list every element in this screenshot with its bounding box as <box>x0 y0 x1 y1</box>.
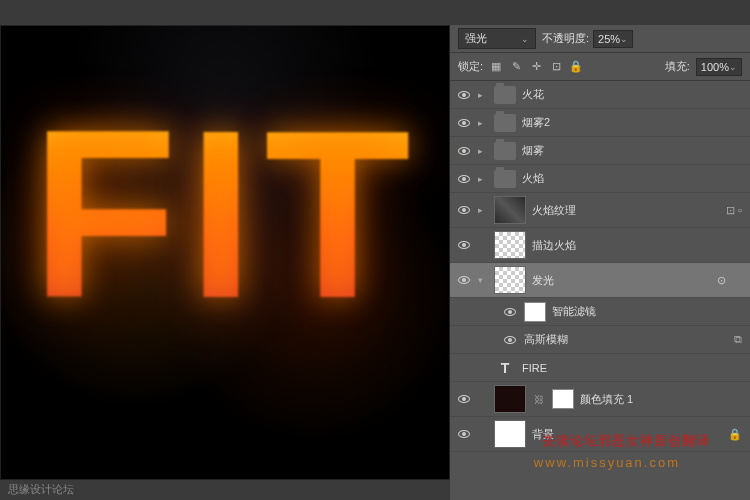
watermark-orange: www.missyuan.com <box>534 455 680 470</box>
link-icon[interactable]: ⛓ <box>534 394 544 405</box>
fill-input[interactable]: 100% ⌄ <box>696 58 742 76</box>
filter-options-icon[interactable]: ⧉ <box>734 333 742 346</box>
lock-pixels-icon[interactable]: ✎ <box>509 60 523 74</box>
expand-toggle[interactable]: ▸ <box>478 205 488 215</box>
layers-panel: 强光 ⌄ 不透明度: 25% ⌄ 锁定: ▦ ✎ ✛ ⊡ 🔒 填充: <box>450 25 750 500</box>
lock-icons-group: ▦ ✎ ✛ ⊡ 🔒 <box>489 60 583 74</box>
layer-row-fire-text[interactable]: T FIRE <box>450 354 750 382</box>
fill-value: 100% <box>701 61 729 73</box>
type-layer-icon: T <box>494 360 516 376</box>
expand-toggle[interactable]: ▸ <box>478 118 488 128</box>
layer-thumbnail <box>494 420 526 448</box>
layer-thumbnail <box>494 385 526 413</box>
eye-icon <box>504 336 516 344</box>
lock-fill-row: 锁定: ▦ ✎ ✛ ⊡ 🔒 填充: 100% ⌄ <box>450 53 750 81</box>
opacity-value: 25% <box>598 33 620 45</box>
eye-icon <box>504 308 516 316</box>
layer-label: 发光 <box>532 273 744 288</box>
opacity-input[interactable]: 25% ⌄ <box>593 30 633 48</box>
eye-icon <box>458 91 470 99</box>
visibility-toggle[interactable] <box>502 304 518 320</box>
visibility-toggle[interactable] <box>456 426 472 442</box>
lock-position-icon[interactable]: ✛ <box>529 60 543 74</box>
layer-row-smart-filters[interactable]: 智能滤镜 <box>450 298 750 326</box>
eye-icon <box>458 119 470 127</box>
lock-transparency-icon[interactable]: ▦ <box>489 60 503 74</box>
lock-artboard-icon[interactable]: ⊡ <box>549 60 563 74</box>
layer-thumbnail <box>494 231 526 259</box>
layer-row-stroke-flame[interactable]: 描边火焰 <box>450 228 750 263</box>
blend-mode-value: 强光 <box>465 31 487 46</box>
visibility-toggle[interactable] <box>456 237 472 253</box>
layer-row-sparks[interactable]: ▸ 火花 <box>450 81 750 109</box>
layer-thumbnail <box>494 196 526 224</box>
visibility-toggle[interactable] <box>456 202 472 218</box>
layer-row-color-fill[interactable]: ⛓ 颜色填充 1 <box>450 382 750 417</box>
layer-label: 火花 <box>522 87 744 102</box>
eye-icon <box>458 241 470 249</box>
layer-label: 描边火焰 <box>532 238 744 253</box>
folder-icon <box>494 142 516 160</box>
eye-icon <box>458 395 470 403</box>
blend-opacity-row: 强光 ⌄ 不透明度: 25% ⌄ <box>450 25 750 53</box>
fill-label: 填充: <box>665 59 690 74</box>
visibility-toggle[interactable] <box>456 171 472 187</box>
layer-thumbnail <box>494 266 526 294</box>
filter-mask-thumbnail <box>524 302 546 322</box>
visibility-toggle[interactable] <box>456 87 472 103</box>
eye-icon <box>458 430 470 438</box>
watermark-red: 去读论坛邪恶女神原创翻译 <box>542 432 710 450</box>
layer-row-glow[interactable]: ▾ 发光 ⊙ <box>450 263 750 298</box>
chevron-down-icon: ⌄ <box>521 34 529 44</box>
lock-all-icon[interactable]: 🔒 <box>569 60 583 74</box>
visibility-toggle[interactable] <box>456 391 472 407</box>
expand-toggle[interactable]: ▸ <box>478 174 488 184</box>
expand-toggle[interactable]: ▾ <box>478 275 488 285</box>
layer-badges: ⊡ ▫ <box>726 204 742 217</box>
layer-row-smoke2[interactable]: ▸ 烟雾2 <box>450 109 750 137</box>
layer-label: 烟雾2 <box>522 115 744 130</box>
opacity-label: 不透明度: <box>542 31 589 46</box>
eye-icon <box>458 276 470 284</box>
folder-icon <box>494 170 516 188</box>
eye-icon <box>458 147 470 155</box>
visibility-toggle[interactable] <box>456 272 472 288</box>
layer-label: 烟雾 <box>522 143 744 158</box>
visibility-toggle[interactable] <box>456 115 472 131</box>
layer-row-gaussian-blur[interactable]: 高斯模糊 ⧉ <box>450 326 750 354</box>
visibility-toggle[interactable] <box>502 332 518 348</box>
chevron-down-icon: ⌄ <box>620 34 628 44</box>
expand-toggle[interactable]: ▸ <box>478 146 488 156</box>
folder-icon <box>494 114 516 132</box>
layer-label: 火焰纹理 <box>532 203 744 218</box>
layer-row-smoke[interactable]: ▸ 烟雾 <box>450 137 750 165</box>
folder-icon <box>494 86 516 104</box>
lock-icon: 🔒 <box>728 428 742 441</box>
layer-label: 高斯模糊 <box>524 332 744 347</box>
mask-thumbnail <box>552 389 574 409</box>
layer-row-flame[interactable]: ▸ 火焰 <box>450 165 750 193</box>
eye-icon <box>458 175 470 183</box>
visibility-toggle[interactable] <box>456 360 472 376</box>
layer-label: FIRE <box>522 362 744 374</box>
expand-toggle[interactable]: ▸ <box>478 90 488 100</box>
layer-label: 智能滤镜 <box>552 304 744 319</box>
smart-object-icon: ⊙ <box>717 274 726 287</box>
blend-mode-dropdown[interactable]: 强光 ⌄ <box>458 28 536 49</box>
layer-row-flame-texture[interactable]: ▸ 火焰纹理 ⊡ ▫ <box>450 193 750 228</box>
visibility-toggle[interactable] <box>456 143 472 159</box>
chevron-down-icon: ⌄ <box>729 62 737 72</box>
layer-label: 火焰 <box>522 171 744 186</box>
lock-label: 锁定: <box>458 59 483 74</box>
layer-label: 颜色填充 1 <box>580 392 744 407</box>
footer-credit: 思缘设计论坛 <box>8 482 74 497</box>
canvas-viewport[interactable]: FIT <box>0 25 450 480</box>
fire-glow <box>1 26 449 479</box>
eye-icon <box>458 206 470 214</box>
